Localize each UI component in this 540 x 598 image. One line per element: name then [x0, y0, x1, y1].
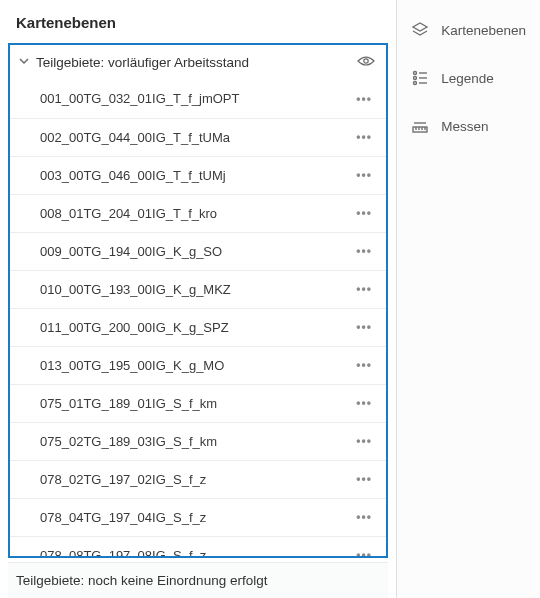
sidebar-item-legend[interactable]: Legende — [397, 58, 540, 98]
sidebar-item-label: Legende — [441, 71, 494, 86]
layer-group-header-collapsed[interactable]: Teilgebiete: noch keine Einordnung erfol… — [8, 562, 388, 599]
measure-icon — [411, 117, 429, 135]
layer-list-item[interactable]: 075_01TG_189_01IG_S_f_km••• — [10, 384, 386, 422]
more-options-icon[interactable]: ••• — [352, 434, 376, 448]
layer-item-name: 008_01TG_204_01IG_T_f_kro — [40, 206, 352, 221]
layers-icon — [411, 21, 429, 39]
layer-group-collapsed-label: Teilgebiete: noch keine Einordnung erfol… — [16, 573, 267, 588]
panel-title: Kartenebenen — [0, 0, 396, 43]
layer-item-name: 002_00TG_044_00IG_T_f_tUMa — [40, 130, 352, 145]
svg-point-6 — [414, 82, 417, 85]
more-options-icon[interactable]: ••• — [352, 320, 376, 334]
layer-item-name: 001_00TG_032_01IG_T_f_jmOPT — [40, 91, 352, 106]
more-options-icon[interactable]: ••• — [352, 282, 376, 296]
layer-item-name: 078_08TG_197_08IG_S_f_z — [40, 548, 352, 558]
layer-list-item[interactable]: 078_08TG_197_08IG_S_f_z••• — [10, 536, 386, 558]
layer-item-name: 075_01TG_189_01IG_S_f_km — [40, 396, 352, 411]
layer-item-name: 010_00TG_193_00IG_K_g_MKZ — [40, 282, 352, 297]
sidebar-item-label: Messen — [441, 119, 488, 134]
more-options-icon[interactable]: ••• — [352, 510, 376, 524]
layer-item-name: 075_02TG_189_03IG_S_f_km — [40, 434, 352, 449]
layer-list-item[interactable]: 078_04TG_197_04IG_S_f_z••• — [10, 498, 386, 536]
layer-list-item[interactable]: 001_00TG_032_01IG_T_f_jmOPT••• — [10, 80, 386, 118]
layer-item-name: 078_02TG_197_02IG_S_f_z — [40, 472, 352, 487]
more-options-icon[interactable]: ••• — [352, 472, 376, 486]
more-options-icon[interactable]: ••• — [352, 358, 376, 372]
layer-list-item[interactable]: 009_00TG_194_00IG_K_g_SO••• — [10, 232, 386, 270]
svg-point-2 — [414, 72, 417, 75]
sidebar-item-label: Kartenebenen — [441, 23, 526, 38]
layer-list-item[interactable]: 010_00TG_193_00IG_K_g_MKZ••• — [10, 270, 386, 308]
layer-list: 001_00TG_032_01IG_T_f_jmOPT•••002_00TG_0… — [8, 80, 388, 558]
layers-panel: Kartenebenen Teilgebiete: vorläufiger Ar… — [0, 0, 397, 598]
layer-item-name: 078_04TG_197_04IG_S_f_z — [40, 510, 352, 525]
chevron-down-icon — [14, 55, 34, 69]
more-options-icon[interactable]: ••• — [352, 396, 376, 410]
layer-list-item[interactable]: 002_00TG_044_00IG_T_f_tUMa••• — [10, 118, 386, 156]
layer-item-name: 011_00TG_200_00IG_K_g_SPZ — [40, 320, 352, 335]
visibility-toggle-icon[interactable] — [354, 55, 378, 70]
layer-list-item[interactable]: 013_00TG_195_00IG_K_g_MO••• — [10, 346, 386, 384]
more-options-icon[interactable]: ••• — [352, 206, 376, 220]
legend-icon — [411, 69, 429, 87]
tool-sidebar: Kartenebenen Legende Messen — [397, 0, 540, 598]
layer-list-item[interactable]: 078_02TG_197_02IG_S_f_z••• — [10, 460, 386, 498]
layer-list-item[interactable]: 008_01TG_204_01IG_T_f_kro••• — [10, 194, 386, 232]
more-options-icon[interactable]: ••• — [352, 130, 376, 144]
layer-item-name: 003_00TG_046_00IG_T_f_tUMj — [40, 168, 352, 183]
more-options-icon[interactable]: ••• — [352, 548, 376, 557]
svg-point-4 — [414, 77, 417, 80]
sidebar-item-measure[interactable]: Messen — [397, 106, 540, 146]
layer-group-header-active[interactable]: Teilgebiete: vorläufiger Arbeitsstand — [8, 43, 388, 80]
layer-list-item[interactable]: 011_00TG_200_00IG_K_g_SPZ••• — [10, 308, 386, 346]
layer-item-name: 009_00TG_194_00IG_K_g_SO — [40, 244, 352, 259]
layer-group-label: Teilgebiete: vorläufiger Arbeitsstand — [34, 55, 354, 70]
layer-list-item[interactable]: 003_00TG_046_00IG_T_f_tUMj••• — [10, 156, 386, 194]
layer-item-name: 013_00TG_195_00IG_K_g_MO — [40, 358, 352, 373]
layer-list-item[interactable]: 075_02TG_189_03IG_S_f_km••• — [10, 422, 386, 460]
more-options-icon[interactable]: ••• — [352, 92, 376, 106]
svg-marker-1 — [413, 23, 427, 31]
more-options-icon[interactable]: ••• — [352, 244, 376, 258]
more-options-icon[interactable]: ••• — [352, 168, 376, 182]
sidebar-item-layers[interactable]: Kartenebenen — [397, 10, 540, 50]
svg-point-0 — [364, 59, 368, 63]
